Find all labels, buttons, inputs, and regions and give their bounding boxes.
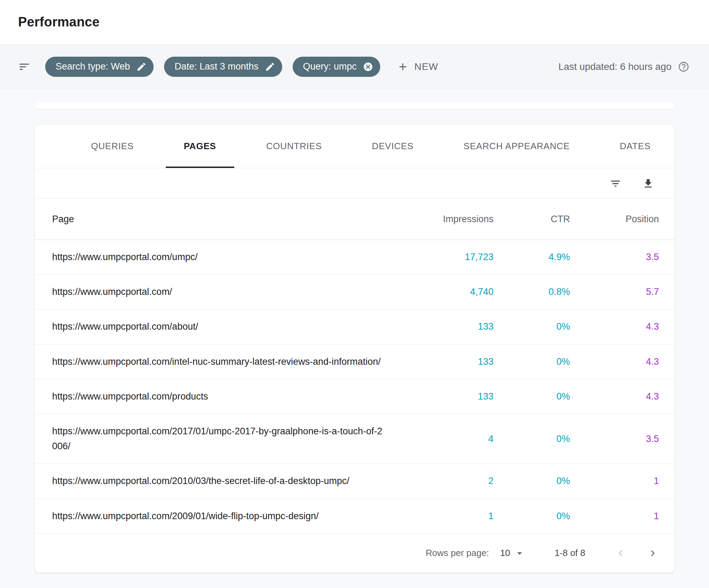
tab-label: DATES	[620, 141, 651, 152]
chip-label: Search type: Web	[56, 61, 130, 72]
table-row[interactable]: https://www.umpcportal.com/2010/03/the-s…	[35, 464, 674, 499]
position-value: 1	[570, 511, 659, 522]
chevron-left-icon[interactable]	[614, 547, 627, 559]
position-value: 1	[570, 476, 659, 486]
ctr-value: 0%	[494, 476, 570, 486]
filter-chip-query[interactable]: Query: umpc	[293, 57, 381, 77]
page-url: https://www.umpcportal.com/2010/03/the-s…	[52, 474, 396, 489]
page-url: https://www.umpcportal.com/2009/01/wide-…	[52, 509, 396, 524]
last-updated-text: Last updated: 6 hours ago	[559, 61, 671, 72]
ctr-value: 0%	[494, 321, 570, 332]
position-value: 5.7	[570, 287, 659, 297]
column-header-impressions[interactable]: Impressions	[396, 214, 494, 225]
tab-countries[interactable]: COUNTRIES	[248, 124, 340, 168]
tab-search-appearance[interactable]: SEARCH APPEARANCE	[446, 124, 588, 168]
table-row[interactable]: https://www.umpcportal.com/2017/01/umpc-…	[35, 414, 674, 464]
tab-devices[interactable]: DEVICES	[354, 124, 432, 168]
chevron-right-icon[interactable]	[646, 547, 659, 559]
page-url: https://www.umpcportal.com/umpc/	[52, 250, 396, 265]
table-row[interactable]: https://www.umpcportal.com/products 133 …	[35, 379, 674, 414]
page-header: Performance	[0, 0, 709, 45]
position-value: 3.5	[570, 434, 659, 444]
pagination-range: 1-8 of 8	[555, 548, 585, 558]
impressions-value: 2	[396, 476, 494, 486]
position-value: 4.3	[570, 356, 659, 367]
filter-chips: Search type: Web Date: Last 3 months Que…	[45, 57, 380, 77]
table-row[interactable]: https://www.umpcportal.com/intel-nuc-sum…	[35, 345, 674, 379]
ctr-value: 0.8%	[494, 287, 570, 297]
search-console-performance: Performance Search type: Web Date: Last …	[0, 0, 709, 573]
sort-icon	[18, 61, 31, 73]
plus-icon	[397, 61, 409, 73]
ctr-value: 0%	[494, 511, 570, 522]
position-value: 4.3	[570, 391, 659, 402]
chip-label: Query: umpc	[303, 61, 357, 72]
tab-dates[interactable]: DATES	[602, 124, 669, 168]
edit-icon	[265, 62, 275, 72]
help-icon[interactable]	[678, 61, 690, 73]
column-header-ctr[interactable]: CTR	[494, 214, 570, 225]
impressions-value: 133	[396, 391, 494, 402]
impressions-value: 17,723	[396, 252, 494, 263]
table-header-row: Page Impressions CTR Position	[35, 199, 674, 240]
impressions-value: 4,740	[396, 287, 494, 297]
download-icon[interactable]	[642, 178, 654, 190]
tab-label: SEARCH APPEARANCE	[464, 141, 570, 152]
chart-card-edge	[35, 102, 674, 109]
last-updated: Last updated: 6 hours ago	[559, 61, 690, 73]
new-filter-button[interactable]: NEW	[397, 61, 438, 73]
filter-icon[interactable]	[610, 178, 621, 190]
rows-per-page-select[interactable]: 10	[500, 547, 525, 559]
page-url: https://www.umpcportal.com/intel-nuc-sum…	[52, 354, 396, 369]
table-toolbar	[35, 168, 674, 199]
impressions-value: 133	[396, 321, 494, 332]
tab-pages[interactable]: PAGES	[166, 124, 234, 168]
tab-bar: QUERIES PAGES COUNTRIES DEVICES SEARCH A…	[35, 124, 674, 168]
ctr-value: 4.9%	[494, 252, 570, 263]
ctr-value: 0%	[494, 391, 570, 402]
content-area: QUERIES PAGES COUNTRIES DEVICES SEARCH A…	[0, 89, 709, 573]
new-filter-label: NEW	[414, 61, 438, 72]
rows-per-page-label: Rows per page:	[426, 548, 489, 558]
filter-chip-date[interactable]: Date: Last 3 months	[164, 57, 282, 77]
performance-table-card: QUERIES PAGES COUNTRIES DEVICES SEARCH A…	[35, 124, 674, 573]
chip-label: Date: Last 3 months	[174, 61, 259, 72]
tab-label: COUNTRIES	[266, 141, 322, 152]
edit-icon	[136, 62, 147, 72]
impressions-value: 4	[396, 434, 494, 444]
filter-bar: Search type: Web Date: Last 3 months Que…	[0, 45, 709, 89]
tab-label: DEVICES	[372, 141, 414, 152]
page-title: Performance	[18, 15, 100, 30]
table-row[interactable]: https://www.umpcportal.com/ 4,740 0.8% 5…	[35, 275, 674, 309]
impressions-value: 1	[396, 511, 494, 522]
page-url: https://www.umpcportal.com/2017/01/umpc-…	[52, 424, 396, 454]
position-value: 4.3	[570, 321, 659, 332]
filter-chip-search-type[interactable]: Search type: Web	[45, 57, 154, 77]
position-value: 3.5	[570, 252, 659, 263]
page-url: https://www.umpcportal.com/about/	[52, 319, 396, 334]
page-url: https://www.umpcportal.com/products	[52, 389, 396, 404]
ctr-value: 0%	[494, 356, 570, 367]
impressions-value: 133	[396, 356, 494, 367]
table-footer: Rows per page: 10 1-8 of 8	[35, 534, 674, 573]
close-icon[interactable]	[363, 62, 373, 72]
table-row[interactable]: https://www.umpcportal.com/umpc/ 17,723 …	[35, 240, 674, 275]
ctr-value: 0%	[494, 434, 570, 444]
page-url: https://www.umpcportal.com/	[52, 284, 396, 299]
rows-per-page-value: 10	[500, 548, 510, 558]
column-header-page[interactable]: Page	[52, 212, 396, 227]
tab-label: QUERIES	[91, 141, 134, 152]
tab-queries[interactable]: QUERIES	[73, 124, 152, 168]
table-row[interactable]: https://www.umpcportal.com/2009/01/wide-…	[35, 499, 674, 534]
dropdown-arrow-icon	[514, 547, 525, 559]
tab-label: PAGES	[184, 141, 216, 152]
table-row[interactable]: https://www.umpcportal.com/about/ 133 0%…	[35, 309, 674, 344]
column-header-position[interactable]: Position	[570, 214, 659, 225]
